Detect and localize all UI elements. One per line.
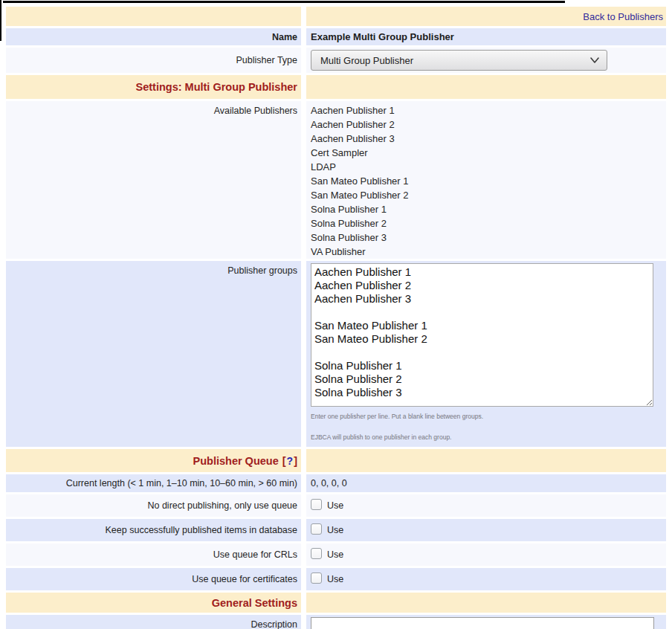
keep-published-items-label: Keep successfully published items in dat…: [6, 519, 301, 541]
publisher-queue-header-row: Publisher Queue [?]: [6, 449, 666, 472]
publisher-queue-help-link[interactable]: ?: [287, 455, 294, 467]
settings-section-header-row: Settings: Multi Group Publisher: [6, 75, 666, 99]
available-publishers-label: Available Publishers: [6, 101, 301, 259]
available-publisher-item: Solna Publisher 1: [311, 202, 409, 216]
available-publisher-item: VA Publisher: [311, 245, 409, 259]
use-queue-for-certificates-label: Use queue for certificates: [6, 568, 301, 590]
groups-help-text-2: EJBCA will publish to one publisher in e…: [311, 433, 451, 441]
description-input[interactable]: [311, 617, 654, 629]
available-publisher-item: Aachen Publisher 2: [311, 117, 409, 132]
groups-help-text-1: Enter one publisher per line. Put a blan…: [311, 413, 483, 420]
help-bracket-close: ]: [294, 455, 297, 467]
no-direct-publishing-label: No direct publishing, only use queue: [6, 494, 301, 517]
top-bar: Back to Publishers: [6, 7, 666, 26]
available-publisher-item: San Mateo Publisher 2: [311, 188, 409, 202]
available-publishers-row: Available Publishers Aachen Publisher 1A…: [6, 101, 666, 259]
available-publisher-item: Cert Sampler: [311, 146, 409, 160]
help-bracket-open: [: [282, 455, 286, 467]
publisher-edit-form: Back to Publishers Name Example Multi Gr…: [6, 7, 666, 629]
top-bar-spacer: [6, 7, 301, 26]
publisher-type-select-wrap: Multi Group Publisher: [311, 50, 607, 71]
use-queue-for-certificates-row: Use queue for certificates Use: [6, 568, 666, 590]
use-queue-for-crls-checkbox[interactable]: [311, 548, 322, 559]
publisher-type-row: Publisher Type Multi Group Publisher: [6, 48, 666, 73]
use-queue-for-certificates-checkbox[interactable]: [311, 572, 322, 584]
no-direct-publishing-row: No direct publishing, only use queue Use: [6, 494, 666, 517]
use-checkbox-label: Use: [327, 549, 343, 560]
publisher-queue-header-spacer: [306, 449, 666, 472]
current-length-label: Current length (< 1 min, 1–10 min, 10–60…: [6, 474, 301, 492]
available-publisher-item: Solna Publisher 2: [311, 216, 409, 230]
use-checkbox-label: Use: [327, 574, 343, 584]
publisher-groups-row: Publisher groups Enter one publisher per…: [6, 261, 666, 447]
name-row: Name Example Multi Group Publisher: [6, 28, 666, 45]
keep-published-items-checkbox[interactable]: [311, 523, 322, 535]
publisher-type-select[interactable]: Multi Group Publisher: [311, 50, 607, 71]
settings-section-header-spacer: [306, 75, 666, 99]
publisher-type-label: Publisher Type: [6, 48, 301, 73]
use-queue-for-crls-label: Use queue for CRLs: [6, 543, 301, 566]
back-to-publishers-link[interactable]: Back to Publishers: [583, 11, 663, 22]
name-value: Example Multi Group Publisher: [306, 28, 666, 45]
description-label: Description: [6, 615, 301, 629]
available-publisher-item: San Mateo Publisher 1: [311, 174, 409, 188]
current-length-row: Current length (< 1 min, 1–10 min, 10–60…: [6, 474, 666, 492]
description-row: Description: [6, 615, 666, 629]
available-publishers-list: Aachen Publisher 1Aachen Publisher 2Aach…: [311, 101, 409, 259]
no-direct-publishing-checkbox[interactable]: [311, 499, 322, 510]
general-settings-header-row: General Settings: [6, 593, 666, 613]
name-label: Name: [6, 28, 301, 45]
use-queue-for-crls-row: Use queue for CRLs Use: [6, 543, 666, 566]
use-checkbox-label: Use: [327, 500, 343, 511]
available-publisher-item: Aachen Publisher 3: [311, 132, 409, 146]
general-settings-title: General Settings: [6, 597, 297, 609]
current-length-value: 0, 0, 0, 0: [306, 474, 666, 492]
available-publisher-item: Aachen Publisher 1: [311, 103, 409, 117]
settings-section-title: Settings: Multi Group Publisher: [6, 81, 297, 93]
publisher-groups-label: Publisher groups: [6, 261, 301, 447]
publisher-queue-title: Publisher Queue: [193, 455, 279, 467]
screenshot-border-artifact-left: [0, 0, 1, 41]
publisher-groups-textarea[interactable]: [311, 263, 653, 407]
available-publisher-item: LDAP: [311, 160, 409, 174]
screenshot-border-artifact-top: [3, 1, 565, 3]
keep-published-items-row: Keep successfully published items in dat…: [6, 519, 666, 541]
available-publisher-item: Solna Publisher 3: [311, 230, 409, 245]
use-checkbox-label: Use: [327, 525, 343, 535]
general-settings-header-spacer: [306, 593, 666, 613]
